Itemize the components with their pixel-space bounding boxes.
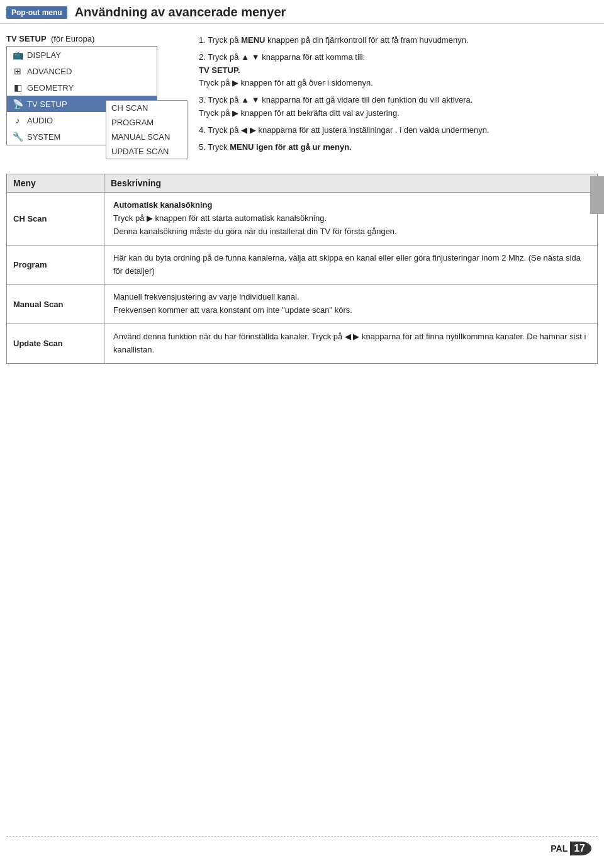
sidebar-item-label: GEOMETRY bbox=[27, 83, 74, 93]
dotted-divider bbox=[6, 836, 598, 837]
desc-cell-manualscan: Manuell frekvensjustering av varje indiv… bbox=[104, 285, 597, 324]
menu-cell-program: Program bbox=[7, 245, 104, 285]
left-column: TV SETUP (för Europa) 📺 DISPLAY ⊞ ADVANC… bbox=[6, 34, 189, 157]
ch-scan-title: Automatisk kanalsökning bbox=[113, 200, 212, 210]
sidebar-item-geometry[interactable]: ◧ GEOMETRY bbox=[7, 79, 157, 96]
desc-cell-chscan: Automatisk kanalsökning Tryck på ▶ knapp… bbox=[104, 193, 597, 244]
step-2: 2. Tryck på ▲ ▼ knapparna för att komma … bbox=[199, 51, 598, 90]
submenu-item-manualscan[interactable]: MANUAL SCAN bbox=[106, 130, 187, 144]
desc-cell-program: Här kan du byta ordning på de funna kana… bbox=[104, 245, 597, 285]
table-header: Meny Beskrivning bbox=[7, 174, 597, 193]
menu-cell-updatescan: Update Scan bbox=[7, 324, 104, 363]
instructions-panel: 1. Tryck på MENU knappen på din fjärrkon… bbox=[189, 34, 598, 157]
sidebar-item-label: AUDIO bbox=[27, 116, 53, 125]
table-row: Program Här kan du byta ordning på de fu… bbox=[7, 245, 597, 285]
sidebar-item-label: TV SETUP bbox=[27, 99, 67, 109]
tvsetup-icon: 📡 bbox=[12, 98, 23, 110]
sidebar-item-label: DISPLAY bbox=[27, 50, 61, 60]
description-table: Meny Beskrivning CH Scan Automatisk kana… bbox=[6, 174, 598, 363]
section-subtitle: (för Europa) bbox=[51, 34, 94, 43]
section-label: TV SETUP bbox=[6, 34, 46, 43]
submenu-item-chscan[interactable]: CH SCAN bbox=[106, 101, 187, 115]
header: Pop-out menu Användning av avancerade me… bbox=[0, 0, 604, 24]
step-1: 1. Tryck på MENU knappen på din fjärrkon… bbox=[199, 34, 598, 47]
col-menu-header: Meny bbox=[7, 174, 104, 192]
menu-cell-chscan: CH Scan bbox=[7, 193, 104, 244]
submenu-item-updatescan[interactable]: UPDATE SCAN bbox=[106, 144, 187, 159]
menu-bold: MENU bbox=[241, 35, 265, 45]
step-5: 5. Tryck MENU igen för att gå ur menyn. bbox=[199, 141, 598, 154]
step-3: 3. Tryck på ▲ ▼ knapparna för att gå vid… bbox=[199, 94, 598, 120]
sidebar-item-label: ADVANCED bbox=[27, 67, 72, 76]
footer: PAL 17 bbox=[551, 842, 591, 855]
submenu-item-program[interactable]: PROGRAM bbox=[106, 115, 187, 130]
table-row: CH Scan Automatisk kanalsökning Tryck på… bbox=[7, 193, 597, 245]
sidebar-item-label: SYSTEM bbox=[27, 132, 60, 142]
desc-cell-updatescan: Använd denna funktion när du har förinst… bbox=[104, 324, 597, 363]
accent-bar bbox=[590, 176, 604, 214]
system-icon: 🔧 bbox=[12, 131, 23, 142]
main-content: TV SETUP (för Europa) 📺 DISPLAY ⊞ ADVANC… bbox=[0, 24, 604, 164]
geometry-icon: ◧ bbox=[12, 82, 23, 93]
footer-page-number: 17 bbox=[570, 842, 591, 855]
footer-pal-label: PAL bbox=[551, 843, 568, 854]
menu-bold-2: MENU igen för att gå ur menyn. bbox=[230, 142, 352, 152]
sidebar-item-advanced[interactable]: ⊞ ADVANCED bbox=[7, 63, 157, 79]
page-title: Användning av avancerade menyer bbox=[75, 5, 286, 20]
advanced-icon: ⊞ bbox=[12, 65, 23, 77]
pop-out-menu-badge: Pop-out menu bbox=[6, 6, 67, 19]
menu-cell-manualscan: Manual Scan bbox=[7, 285, 104, 324]
instructions-text: 1. Tryck på MENU knappen på din fjärrkon… bbox=[199, 34, 598, 154]
display-icon: 📺 bbox=[12, 49, 23, 60]
col-desc-header: Beskrivning bbox=[104, 174, 597, 192]
step-4: 4. Tryck på ◀ ▶ knapparna för att juster… bbox=[199, 124, 598, 137]
tv-setup-bold: TV SETUP. bbox=[199, 65, 240, 75]
audio-icon: ♪ bbox=[12, 115, 23, 126]
table-row: Manual Scan Manuell frekvensjustering av… bbox=[7, 285, 597, 324]
sidebar-item-display[interactable]: 📺 DISPLAY bbox=[7, 47, 157, 63]
submenu: CH SCAN PROGRAM MANUAL SCAN UPDATE SCAN bbox=[106, 100, 187, 159]
table-row: Update Scan Använd denna funktion när du… bbox=[7, 324, 597, 363]
